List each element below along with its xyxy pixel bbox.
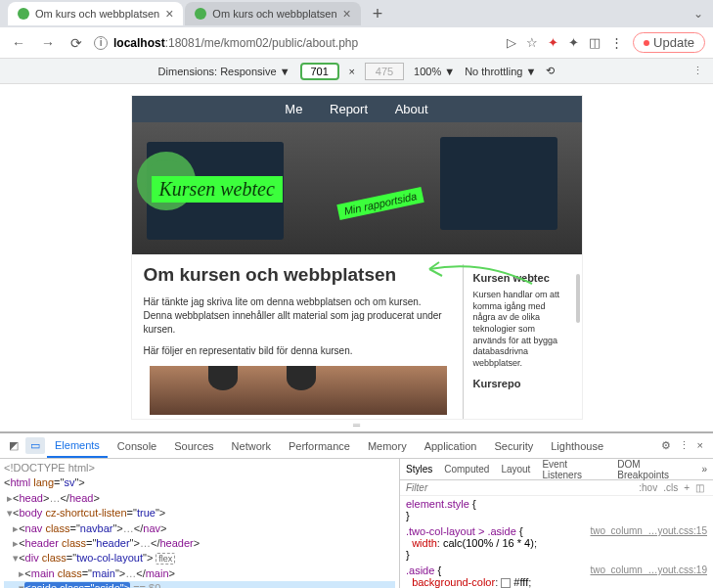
tab-network[interactable]: Network <box>224 433 279 458</box>
cls-toggle[interactable]: .cls <box>660 482 681 493</box>
back-button[interactable]: ← <box>8 33 29 53</box>
forward-button[interactable]: → <box>37 33 59 53</box>
devtools-tabs: ◩ ▭ Elements Console Sources Network Per… <box>0 433 713 459</box>
aside-column: Kursen webtec Kursen handlar om att komm… <box>463 264 570 419</box>
style-source-link[interactable]: two_column_…yout.css:15 <box>590 525 707 536</box>
ext-icon[interactable]: ✦ <box>548 35 558 50</box>
tab-title: Om kurs och webbplatsen <box>35 8 159 20</box>
browser-tab-0[interactable]: Om kurs och webbplatsen × <box>8 2 183 25</box>
star-icon[interactable]: ☆ <box>526 35 538 50</box>
devtools-panel: ◩ ▭ Elements Console Sources Network Per… <box>0 431 713 588</box>
tab-elements[interactable]: Elements <box>47 433 108 458</box>
tab-performance[interactable]: Performance <box>281 433 358 458</box>
subtab-styles[interactable]: Styles <box>400 464 438 475</box>
rotate-icon[interactable]: ⟲ <box>546 65 555 77</box>
hero-label: Min rapportsida <box>336 187 423 220</box>
subtab-layout[interactable]: Layout <box>495 464 536 475</box>
hov-toggle[interactable]: :hov <box>636 482 660 493</box>
annotation-arrow-icon <box>415 254 542 294</box>
main-column: Om kursen och webbplatsen Här tänkte jag… <box>144 264 453 419</box>
menu-icon[interactable]: ⋮ <box>610 35 623 50</box>
new-tab-button[interactable]: + <box>363 4 393 24</box>
tab-security[interactable]: Security <box>486 433 541 458</box>
tab-sources[interactable]: Sources <box>166 433 221 458</box>
hero-title: Kursen webtec <box>152 176 283 203</box>
subtab-dom[interactable]: DOM Breakpoints <box>611 459 695 480</box>
favicon-icon <box>18 8 29 20</box>
inspect-icon[interactable]: ◩ <box>4 437 23 454</box>
panel-icon[interactable]: ◫ <box>589 35 601 50</box>
page-navbar: Me Report About <box>132 96 582 122</box>
page-frame: Me Report About Kursen webtec Min rappor… <box>132 96 582 419</box>
browser-chrome: Om kurs och webbplatsen × Om kurs och we… <box>0 0 713 84</box>
settings-icon[interactable]: ⚙ <box>661 439 671 452</box>
two-col-layout: Om kursen och webbplatsen Här tänkte jag… <box>132 254 582 419</box>
style-filter-input[interactable] <box>406 482 636 493</box>
representative-image <box>150 366 447 415</box>
subtab-computed[interactable]: Computed <box>438 464 495 475</box>
tab-memory[interactable]: Memory <box>360 433 415 458</box>
main-heading: Om kursen och webbplatsen <box>144 264 453 286</box>
tab-console[interactable]: Console <box>110 433 164 458</box>
style-filter-row: :hov .cls + ◫ <box>400 480 713 496</box>
info-icon[interactable]: i <box>94 36 108 50</box>
favicon-icon <box>195 8 206 20</box>
selected-node[interactable]: ▾<aside class="aside"> == $0 <box>4 581 395 588</box>
tab-title: Om kurs och webbplatsen <box>212 8 336 20</box>
close-icon[interactable]: × <box>165 6 173 22</box>
tab-bar: Om kurs och webbplatsen × Om kurs och we… <box>0 0 713 27</box>
main-p2: Här följer en representativ bild för den… <box>144 344 453 358</box>
subtab-event[interactable]: Event Listeners <box>536 459 611 480</box>
dimensions-label[interactable]: Dimensions: Responsive ▼ <box>158 66 290 77</box>
close-icon[interactable]: × <box>343 6 351 22</box>
resize-handle-icon[interactable]: ═ <box>0 419 713 431</box>
viewport-width-input[interactable] <box>300 63 339 80</box>
update-button[interactable]: Update <box>633 32 705 53</box>
share-icon[interactable]: ▷ <box>507 35 516 50</box>
viewport-height-input[interactable] <box>365 63 404 80</box>
puzzle-icon[interactable]: ✦ <box>568 35 579 50</box>
nav-bar: ← → ⟳ i localhost:18081/me/kmom02/public… <box>0 27 713 59</box>
url-path: /me/kmom02/public/about.php <box>201 36 358 50</box>
panel-icon[interactable]: ◫ <box>692 482 707 493</box>
reload-button[interactable]: ⟳ <box>67 33 86 53</box>
nav-link-about[interactable]: About <box>383 102 440 116</box>
nav-link-report[interactable]: Report <box>318 102 379 116</box>
elements-tree[interactable]: <!DOCTYPE html> <html lang="sv"> ▸<head>… <box>0 459 400 588</box>
doctype-node[interactable]: <!DOCTYPE html> <box>4 461 395 475</box>
hero-image: Kursen webtec Min rapportsida <box>132 122 582 254</box>
device-menu-icon[interactable]: ⋮ <box>692 65 703 77</box>
chrome-caret-icon[interactable]: ⌄ <box>693 7 713 21</box>
device-toggle-icon[interactable]: ▭ <box>25 437 45 454</box>
zoom-select[interactable]: 100% ▼ <box>414 66 455 77</box>
main-p1: Här tänkte jag skriva lite om denna webb… <box>144 295 453 337</box>
url-port: :18081 <box>165 36 201 50</box>
scrollbar[interactable] <box>576 274 580 323</box>
style-source-link[interactable]: two_column_…yout.css:19 <box>590 565 707 575</box>
styles-subtabs: Styles Computed Layout Event Listeners D… <box>400 459 713 480</box>
devtools-menu-icon[interactable]: ⋮ <box>679 439 690 452</box>
subtab-more-icon[interactable]: » <box>695 464 713 475</box>
page-viewport: Me Report About Kursen webtec Min rappor… <box>0 84 713 419</box>
add-rule-button[interactable]: + <box>681 482 692 493</box>
dim-separator: × <box>349 66 355 77</box>
browser-tab-1[interactable]: Om kurs och webbplatsen × <box>185 2 360 25</box>
styles-panel: Styles Computed Layout Event Listeners D… <box>400 459 713 588</box>
aside-h2: Kursrepo <box>473 378 564 389</box>
aside-p1: Kursen handlar om att komma igång med nå… <box>473 290 564 370</box>
tab-lighthouse[interactable]: Lighthouse <box>543 433 611 458</box>
tab-application[interactable]: Application <box>417 433 485 458</box>
device-toolbar: Dimensions: Responsive ▼ × 100% ▼ No thr… <box>0 59 713 84</box>
throttle-select[interactable]: No throttling ▼ <box>465 66 536 77</box>
url-bar[interactable]: i localhost:18081/me/kmom02/public/about… <box>94 36 499 50</box>
close-devtools-icon[interactable]: × <box>697 439 703 452</box>
style-rules[interactable]: element.style {} two_column_…yout.css:15… <box>400 496 713 588</box>
url-host: localhost <box>113 36 165 50</box>
nav-link-me[interactable]: Me <box>273 102 314 116</box>
extension-icons: ▷ ☆ ✦ ✦ ◫ ⋮ Update <box>507 32 705 53</box>
